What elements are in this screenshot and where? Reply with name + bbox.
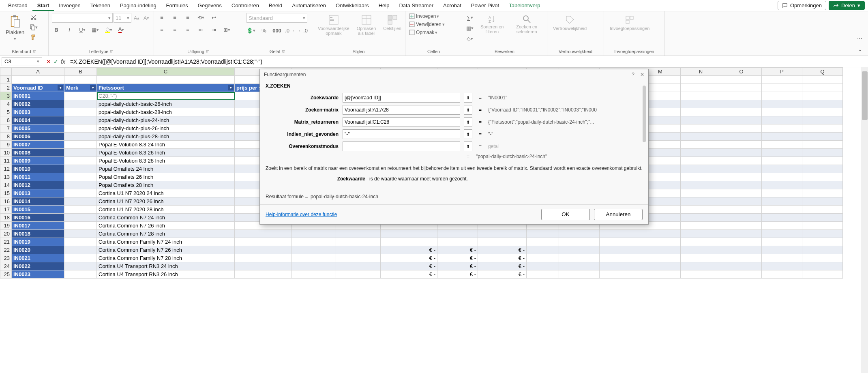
name-box[interactable]: C3▾	[2, 57, 42, 66]
menu-tab-help[interactable]: Help	[374, 1, 394, 10]
format-cells-button[interactable]: Opmaak▾	[409, 29, 437, 36]
cell-B11[interactable]	[64, 157, 97, 165]
cell-Q16[interactable]	[802, 197, 843, 206]
cell-A15[interactable]: IN0013	[12, 189, 64, 197]
cell-G23[interactable]: € -	[381, 254, 437, 262]
merge-button[interactable]: ⊞▾	[222, 25, 231, 34]
cell-I25[interactable]: € -	[478, 270, 527, 279]
cell-C18[interactable]: Cortina Common N7 24 inch	[97, 214, 235, 222]
arg-input-4[interactable]	[343, 141, 460, 151]
cell-E21[interactable]	[291, 238, 336, 246]
cell-H23[interactable]: € -	[437, 254, 478, 262]
currency-button[interactable]: 💲▾	[246, 26, 255, 35]
cell-J20[interactable]	[527, 230, 559, 238]
cell-B15[interactable]	[64, 189, 97, 197]
cell-L22[interactable]	[600, 246, 640, 254]
font-color-button[interactable]: A▾	[117, 25, 126, 34]
range-select-button[interactable]: ⬆	[464, 105, 472, 115]
cell-Q23[interactable]	[802, 254, 843, 262]
cell-Q13[interactable]	[802, 173, 843, 181]
cell-H20[interactable]	[437, 230, 478, 238]
cell-N9[interactable]	[681, 141, 721, 149]
cell-C22[interactable]: Cortina Common Family N7 26 inch	[97, 246, 235, 254]
cell-N15[interactable]	[681, 189, 721, 197]
cell-Q1[interactable]	[802, 76, 843, 84]
font-name-combo[interactable]: ▾	[52, 13, 113, 23]
cell-F24[interactable]	[336, 262, 381, 270]
cell-H22[interactable]: € -	[437, 246, 478, 254]
close-icon[interactable]: ✕	[640, 72, 644, 77]
row-header-5[interactable]: 5	[0, 108, 12, 116]
cell-N7[interactable]	[681, 124, 721, 133]
cell-B24[interactable]	[64, 262, 97, 270]
cell-A14[interactable]: IN0012	[12, 181, 64, 189]
fill-color-button[interactable]: ▾	[104, 25, 113, 34]
cell-P3[interactable]	[762, 92, 802, 100]
cell-C14[interactable]: Popal Omafiets 28 Inch	[97, 181, 235, 189]
cell-P2[interactable]	[762, 84, 802, 92]
cell-N16[interactable]	[681, 197, 721, 206]
help-icon[interactable]: ?	[632, 72, 634, 77]
cell-B8[interactable]	[64, 133, 97, 141]
menu-tab-controleren[interactable]: Controleren	[227, 1, 264, 10]
cell-B7[interactable]	[64, 124, 97, 133]
cell-P23[interactable]	[762, 254, 802, 262]
cell-G21[interactable]	[381, 238, 437, 246]
row-header-9[interactable]: 9	[0, 141, 12, 149]
cell-O14[interactable]	[721, 181, 762, 189]
cell-Q22[interactable]	[802, 246, 843, 254]
cell-A12[interactable]: IN0010	[12, 165, 64, 173]
cell-F23[interactable]	[336, 254, 381, 262]
cell-M21[interactable]	[640, 238, 681, 246]
cell-C10[interactable]: Popal E-Volution 8.3 26 Inch	[97, 149, 235, 157]
cell-A20[interactable]: IN0018	[12, 230, 64, 238]
cell-N13[interactable]	[681, 173, 721, 181]
cell-styles-button[interactable]: Celstijlen	[381, 13, 404, 32]
row-header-7[interactable]: 7	[0, 124, 12, 133]
cell-P24[interactable]	[762, 262, 802, 270]
cell-N23[interactable]	[681, 254, 721, 262]
cell-L23[interactable]	[600, 254, 640, 262]
cell-Q18[interactable]	[802, 214, 843, 222]
dialog-launcher-icon[interactable]: ◱	[110, 49, 114, 54]
ribbon-collapse-button[interactable]: ⋯	[855, 33, 865, 44]
dialog-launcher-icon[interactable]: ◱	[206, 49, 210, 54]
cell-G24[interactable]: € -	[381, 262, 437, 270]
cell-O25[interactable]	[721, 270, 762, 279]
row-header-17[interactable]: 17	[0, 206, 12, 214]
cell-Q12[interactable]	[802, 165, 843, 173]
cell-H24[interactable]: € -	[437, 262, 478, 270]
cell-M24[interactable]	[640, 262, 681, 270]
cell-D24[interactable]	[235, 262, 291, 270]
cell-M22[interactable]	[640, 246, 681, 254]
wrap-text-button[interactable]: ↩	[209, 13, 218, 22]
indent-inc-button[interactable]: ⇥	[209, 25, 218, 34]
cell-L21[interactable]	[600, 238, 640, 246]
cell-B3[interactable]	[64, 92, 97, 100]
cell-P15[interactable]	[762, 189, 802, 197]
cell-A19[interactable]: IN0017	[12, 222, 64, 230]
row-header-2[interactable]: 2	[0, 84, 12, 92]
cell-C21[interactable]: Cortina Common Family N7 24 inch	[97, 238, 235, 246]
menu-tab-acrobat[interactable]: Acrobat	[438, 1, 466, 10]
menu-tab-tabelontwerp[interactable]: Tabelontwerp	[504, 1, 545, 10]
table-header-B[interactable]: Merk▾	[64, 84, 97, 92]
cell-M20[interactable]	[640, 230, 681, 238]
cell-I24[interactable]: € -	[478, 262, 527, 270]
cell-K20[interactable]	[559, 230, 600, 238]
row-header-12[interactable]: 12	[0, 165, 12, 173]
cell-C25[interactable]: Cortina U4 Transport RN3 26 inch	[97, 270, 235, 279]
cell-N19[interactable]	[681, 222, 721, 230]
cell-A7[interactable]: IN0005	[12, 124, 64, 133]
cell-C12[interactable]: Popal Omafiets 24 Inch	[97, 165, 235, 173]
cell-N6[interactable]	[681, 116, 721, 124]
filter-button-A[interactable]: ▾	[58, 85, 63, 90]
range-select-button[interactable]: ⬆	[464, 117, 472, 127]
cell-G22[interactable]: € -	[381, 246, 437, 254]
align-top-button[interactable]: ≡	[157, 13, 166, 22]
cell-E24[interactable]	[291, 262, 336, 270]
cell-H21[interactable]	[437, 238, 478, 246]
align-middle-button[interactable]: ≡	[170, 13, 179, 22]
cell-P17[interactable]	[762, 206, 802, 214]
cell-D25[interactable]	[235, 270, 291, 279]
